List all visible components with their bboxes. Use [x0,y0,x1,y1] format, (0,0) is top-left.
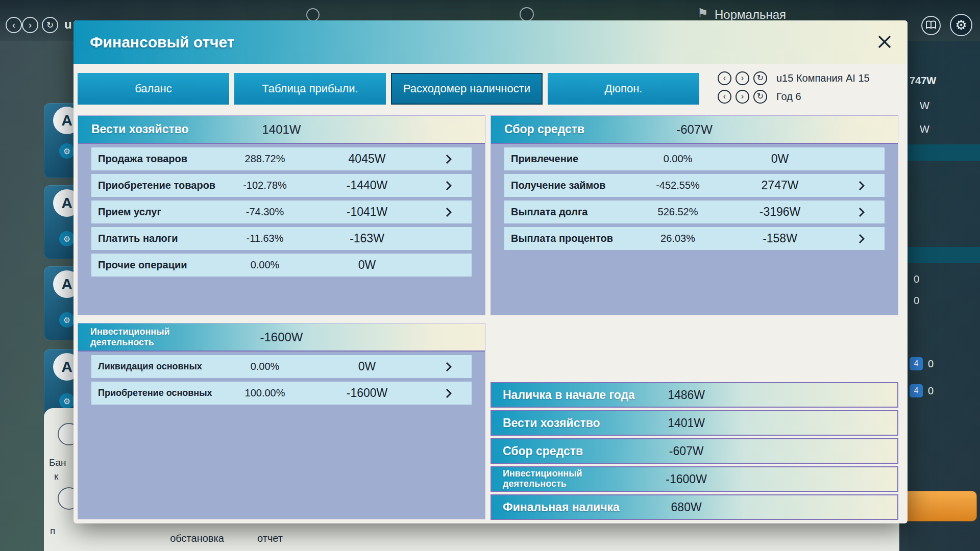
prev-company-button[interactable]: ‹ [718,71,731,85]
chevron-right-icon [839,207,885,218]
chevron-right-icon [426,154,472,165]
panel-title: Сбор средств [491,122,584,136]
report-row-taxes: Платить налоги -11.63% -163W [91,227,472,250]
chevron-left-icon: ‹ [723,92,726,101]
stat-zero: 0 [914,295,919,307]
bank-label-2: к [54,471,58,482]
operating-panel: Вести хозяйство 1401W Продажа товаров 28… [78,115,485,315]
book-icon [925,20,937,31]
finance-icon[interactable] [520,7,534,21]
sidebar-section-bar [908,247,980,263]
forward-button[interactable]: › [22,17,38,33]
next-company-button[interactable]: › [736,71,749,85]
report-row-goods-purchase[interactable]: Приобретение товаров -102.78% -1440W [91,174,472,197]
topbar-company-label: u [64,17,72,32]
company-label: u15 Компания AI 15 [776,72,870,84]
cash-value: 747W [910,75,936,87]
panel-title: Инвестиционный деятельность [78,327,218,347]
report-row-goods-sales[interactable]: Продажа товаров 288.72% 4045W [91,147,472,170]
year-label: Год 6 [776,91,801,103]
chevron-right-icon: › [741,92,744,101]
panel-label: п [50,525,55,537]
chevron-right-icon [426,388,472,399]
prev-year-button[interactable]: ‹ [718,90,731,104]
summary-row-start-cash: Наличка в начале года 1486W [491,382,898,408]
summary-row-financing: Сбор средств -607W [491,438,898,464]
report-row-services[interactable]: Прием услуг -74.30% -1041W [91,201,472,223]
difficulty-label: Нормальная [715,8,786,22]
year-nav-row: ‹ › ↻ Год 6 [718,89,870,104]
financing-panel: Сбор средств -607W Привлечение 0.00% 0W … [491,115,898,315]
report-row-assets-purchase[interactable]: Приобретение основных 100.00% -1600W [91,382,472,405]
gear-icon: ⚙ [63,396,70,406]
company-gear-button[interactable]: ⚙ [59,393,75,409]
company-nav-row: ‹ › ↻ u15 Компания AI 15 [718,70,870,86]
chevron-right-icon [839,233,885,244]
badge-value: 0 [928,358,934,370]
count-badge: 4 [910,384,923,397]
refresh-button[interactable]: ↻ [42,17,58,33]
company-gear-button[interactable]: ⚙ [59,143,75,159]
refresh-icon: ↻ [757,74,764,82]
panel-total: -1600W [260,330,303,344]
company-gear-button[interactable]: ⚙ [59,312,75,328]
refresh-icon: ↻ [757,92,764,101]
report-row-loans-received[interactable]: Получение займов -452.55% 2747W [504,174,885,197]
dialog-header: Финансовый отчет [74,20,908,64]
report-tabs: баланс Таблица прибыли. Расходомер налич… [78,73,699,105]
summary-row-investing: Инвестиционный деятельность -1600W [491,466,898,492]
stat-zero: 0 [914,273,919,285]
chevron-right-icon: › [741,74,744,82]
next-year-button[interactable]: › [736,90,749,104]
investing-rows: Ликвидация основных 0.00% 0W Приобретени… [78,352,485,519]
chevron-right-icon [426,361,472,372]
gear-icon: ⚙ [63,315,70,325]
dialog-title: Финансовый отчет [74,34,235,51]
manual-book-button[interactable] [921,16,941,35]
gear-icon: ⚙ [63,146,70,156]
settings-button[interactable]: ⚙ [950,14,972,36]
close-icon [877,34,892,51]
bottom-tab-report[interactable]: отчет [247,532,293,545]
bottom-tab-situation[interactable]: обстановка [160,532,234,545]
sidebar-section-bar [908,144,980,161]
operating-rows: Продажа товаров 288.72% 4045W Приобретен… [78,144,485,315]
report-nav: ‹ › ↻ u15 Компания AI 15 ‹ › ↻ Год 6 [718,70,870,107]
investing-panel: Инвестиционный деятельность -1600W Ликви… [78,323,485,519]
panel-total: 1401W [262,122,301,137]
report-row-debt-repayment[interactable]: Выплата долга 526.52% -3196W [504,201,885,223]
financing-panel-header: Сбор средств -607W [491,116,898,144]
report-row-other-operations: Прочие операции 0.00% 0W [91,254,472,277]
summary-row-final-cash: Финальная наличка 680W [491,494,898,520]
cash-summary: Наличка в начале года 1486W Вести хозяйс… [491,382,898,522]
tab-dupont[interactable]: Дюпон. [548,73,699,105]
refresh-year-button[interactable]: ↻ [753,90,767,104]
company-gear-button[interactable]: ⚙ [59,231,75,246]
back-button[interactable]: ‹ [6,17,22,33]
bank-label: Бан [49,457,66,468]
tab-balance[interactable]: баланс [78,73,229,105]
summary-row-operating: Вести хозяйство 1401W [491,410,898,436]
panel-total: -607W [676,122,713,137]
gear-icon: ⚙ [955,17,967,33]
search-icon[interactable] [306,8,320,21]
chevron-left-icon: ‹ [723,74,726,82]
report-row-interest-paid[interactable]: Выплата процентов 26.03% -158W [504,227,885,250]
chevron-right-icon [426,207,472,218]
gear-icon: ⚙ [63,234,70,244]
operating-panel-header: Вести хозяйство 1401W [78,116,485,144]
panel-title: Вести хозяйство [78,122,189,136]
chevron-right-icon [426,180,472,191]
tab-cash-flow[interactable]: Расходомер наличности [391,73,543,105]
badge-value: 0 [928,385,934,397]
action-button[interactable] [900,491,977,521]
tab-profit-table[interactable]: Таблица прибыли. [234,73,386,105]
chevron-right-icon [839,180,885,191]
report-row-equity-raise: Привлечение 0.00% 0W [504,147,885,170]
flag-icon: ⚑ [697,6,708,20]
value-fragment: W [920,123,929,135]
count-badge: 4 [910,357,923,370]
report-row-assets-liquidation[interactable]: Ликвидация основных 0.00% 0W [91,355,472,378]
refresh-company-button[interactable]: ↻ [753,71,767,85]
close-button[interactable] [875,33,894,52]
